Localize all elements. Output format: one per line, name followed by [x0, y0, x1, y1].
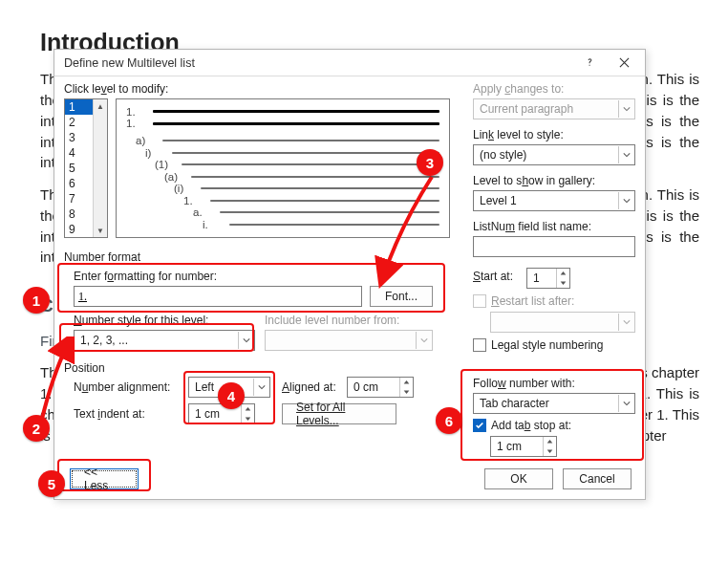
aligned-at-label: Aligned at:: [282, 380, 336, 394]
position-section: Position: [64, 361, 105, 375]
number-style-label: Number style for this level:: [74, 314, 208, 327]
set-all-levels-button[interactable]: Set for All Levels...: [282, 403, 396, 424]
enter-formatting-label: Enter formatting for number:: [74, 270, 217, 283]
number-format-section: Number format: [64, 250, 140, 264]
apply-changes-select[interactable]: Current paragraph: [473, 98, 635, 119]
level-item-7[interactable]: 7: [65, 191, 93, 206]
multilevel-list-dialog: Define new Multilevel list Click level t…: [54, 49, 646, 500]
link-level-select[interactable]: (no style): [473, 144, 635, 165]
start-at-spinner[interactable]: 1: [526, 268, 570, 289]
close-button[interactable]: [607, 52, 641, 75]
level-scrollbar[interactable]: ▲▼: [93, 99, 107, 237]
aligned-at-spinner[interactable]: 0 cm: [347, 377, 414, 398]
help-button[interactable]: [572, 52, 607, 75]
include-level-select[interactable]: [265, 330, 433, 351]
cancel-button[interactable]: Cancel: [563, 468, 632, 489]
listnum-input[interactable]: [473, 236, 635, 257]
ok-button[interactable]: OK: [484, 468, 553, 489]
restart-select[interactable]: [490, 312, 635, 333]
level-show-select[interactable]: Level 1: [473, 190, 635, 211]
number-style-select[interactable]: 1, 2, 3, ...: [74, 330, 255, 351]
level-item-2[interactable]: 2: [65, 115, 93, 130]
legal-checkbox[interactable]: Legal style numbering: [473, 338, 603, 352]
formatting-input[interactable]: [74, 286, 362, 307]
font-button[interactable]: Font...: [370, 286, 433, 307]
add-tab-checkbox[interactable]: Add tab stop at:: [473, 419, 571, 432]
text-indent-spinner[interactable]: 1 cm: [188, 403, 255, 424]
preview-box: 1. 1. a) i) (1) (a) (i) 1. a. i.: [116, 98, 450, 238]
level-listbox[interactable]: 1 2 3 4 5 6 7 8 9 ▲▼: [64, 98, 108, 238]
text-indent-label: Text indent at:: [74, 407, 145, 421]
follow-number-select[interactable]: Tab character: [473, 393, 635, 414]
apply-changes-label: Apply changes to:: [473, 82, 564, 96]
level-item-8[interactable]: 8: [65, 206, 93, 222]
level-item-6[interactable]: 6: [65, 176, 93, 191]
click-level-label: Click level to modify:: [64, 82, 168, 96]
link-level-label: Link level to style:: [473, 128, 564, 141]
level-item-1[interactable]: 1: [65, 99, 93, 115]
level-show-label: Level to show in gallery:: [473, 174, 595, 187]
include-level-label: Include level number from:: [265, 314, 399, 327]
restart-checkbox[interactable]: Restart list after:: [473, 294, 574, 308]
level-item-5[interactable]: 5: [65, 161, 93, 176]
less-button[interactable]: << Less: [70, 468, 139, 489]
dialog-title: Define new Multilevel list: [64, 56, 572, 70]
add-tab-spinner[interactable]: 1 cm: [490, 436, 557, 457]
number-alignment-label: Number alignment:: [74, 380, 170, 394]
level-item-3[interactable]: 3: [65, 130, 93, 145]
start-at-label: Start at:: [473, 270, 513, 283]
follow-number-label: Follow number with:: [473, 377, 575, 390]
level-item-4[interactable]: 4: [65, 145, 93, 161]
listnum-label: ListNum field list name:: [473, 220, 591, 233]
level-item-9[interactable]: 9: [65, 222, 93, 237]
dialog-titlebar: Define new Multilevel list: [54, 50, 645, 76]
number-alignment-select[interactable]: Left: [188, 377, 270, 398]
